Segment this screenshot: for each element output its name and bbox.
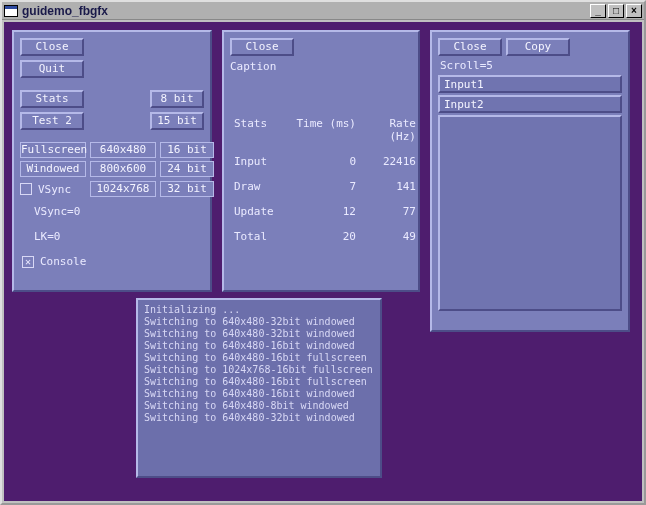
stats-header: Stats Time (ms) Rate (Hz) xyxy=(224,115,418,145)
panel-controls: Close Quit Stats 8 bit Test 2 15 bit Ful… xyxy=(12,30,212,292)
log-line: Initializing ... xyxy=(144,304,240,315)
res800-button[interactable]: 800x600 xyxy=(90,161,156,177)
stat-time: 0 xyxy=(294,155,364,168)
stats-row: Total 20 49 xyxy=(224,228,418,245)
copy-button[interactable]: Copy xyxy=(506,38,570,56)
bit32-button[interactable]: 32 bit xyxy=(160,181,214,197)
console-checkbox[interactable]: ✕ xyxy=(22,256,34,268)
titlebar[interactable]: guidemo_fbgfx _ □ × xyxy=(2,2,644,20)
log-line: Switching to 640x480-32bit windowed xyxy=(144,412,355,423)
stats-row: Draw 7 141 xyxy=(224,178,418,195)
stat-rate: 49 xyxy=(364,230,424,243)
stat-rate: 77 xyxy=(364,205,424,218)
stats-row: Input 0 22416 xyxy=(224,153,418,170)
window-title: guidemo_fbgfx xyxy=(22,4,108,18)
console-log: Initializing ... Switching to 640x480-32… xyxy=(138,300,380,428)
stat-time: 12 xyxy=(294,205,364,218)
maximize-button[interactable]: □ xyxy=(608,4,624,18)
bit8-button[interactable]: 8 bit xyxy=(150,90,204,108)
scroll-status: Scroll=5 xyxy=(432,58,628,73)
stats-row: Update 12 77 xyxy=(224,203,418,220)
stat-rate: 22416 xyxy=(364,155,424,168)
hdr-stats: Stats xyxy=(234,117,294,143)
quit-button[interactable]: Quit xyxy=(20,60,84,78)
close-button[interactable]: Close xyxy=(20,38,84,56)
res1024-button[interactable]: 1024x768 xyxy=(90,181,156,197)
bit24-button[interactable]: 24 bit xyxy=(160,161,214,177)
close-window-button[interactable]: × xyxy=(626,4,642,18)
stat-name: Total xyxy=(234,230,294,243)
minimize-button[interactable]: _ xyxy=(590,4,606,18)
caption-label: Caption xyxy=(230,60,276,73)
windowed-button[interactable]: Windowed xyxy=(20,161,86,177)
log-line: Switching to 640x480-16bit windowed xyxy=(144,340,355,351)
panel-console: Initializing ... Switching to 640x480-32… xyxy=(136,298,382,478)
stat-name: Input xyxy=(234,155,294,168)
log-line: Switching to 640x480-16bit fullscreen xyxy=(144,376,367,387)
vsync-checkbox[interactable] xyxy=(20,183,32,195)
stats-close-button[interactable]: Close xyxy=(230,38,294,56)
log-line: Switching to 640x480-16bit fullscreen xyxy=(144,352,367,363)
client-area: Close Quit Stats 8 bit Test 2 15 bit Ful… xyxy=(4,22,642,501)
stat-time: 7 xyxy=(294,180,364,193)
log-line: Switching to 1024x768-16bit fullscreen xyxy=(144,364,373,375)
log-line: Switching to 640x480-32bit windowed xyxy=(144,328,355,339)
log-line: Switching to 640x480-16bit windowed xyxy=(144,388,355,399)
console-label: Console xyxy=(40,255,86,268)
hdr-rate: Rate (Hz) xyxy=(364,117,424,143)
res640-button[interactable]: 640x480 xyxy=(90,142,156,158)
stat-time: 20 xyxy=(294,230,364,243)
log-line: Switching to 640x480-32bit windowed xyxy=(144,316,355,327)
input2-field[interactable]: Input2 xyxy=(438,95,622,113)
stats-button[interactable]: Stats xyxy=(20,90,84,108)
panel-io: Close Copy Scroll=5 Input1 Input2 xyxy=(430,30,630,332)
vsync-status: VSync=0 xyxy=(34,205,80,218)
stat-name: Update xyxy=(234,205,294,218)
io-close-button[interactable]: Close xyxy=(438,38,502,56)
output-listbox[interactable] xyxy=(438,115,622,311)
bit15-button[interactable]: 15 bit xyxy=(150,112,204,130)
log-line: Switching to 640x480-8bit windowed xyxy=(144,400,349,411)
vsync-label: VSync xyxy=(38,183,71,196)
lk-status: LK=0 xyxy=(34,230,61,243)
test2-button[interactable]: Test 2 xyxy=(20,112,84,130)
fullscreen-button[interactable]: Fullscreen xyxy=(20,142,86,158)
app-window: guidemo_fbgfx _ □ × Close Quit Stats 8 b… xyxy=(0,0,646,505)
stat-name: Draw xyxy=(234,180,294,193)
panel-stats: Close Caption Stats Time (ms) Rate (Hz) … xyxy=(222,30,420,292)
bit16-button[interactable]: 16 bit xyxy=(160,142,214,158)
window-icon xyxy=(4,5,18,17)
hdr-time: Time (ms) xyxy=(294,117,364,143)
stat-rate: 141 xyxy=(364,180,424,193)
input1-field[interactable]: Input1 xyxy=(438,75,622,93)
